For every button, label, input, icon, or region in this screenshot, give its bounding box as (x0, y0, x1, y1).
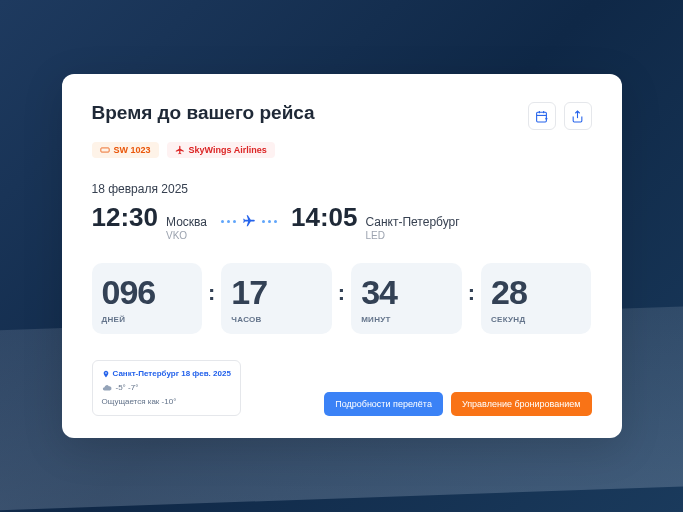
plane-icon (175, 145, 185, 155)
weather-widget: Санкт-Петербург 18 фев. 2025 -5° -7° Ощу… (92, 360, 241, 416)
days-value: 096 (102, 275, 193, 309)
arrival-point: 14:05 Санкт-Петербург LED (291, 202, 460, 240)
card-footer: Санкт-Петербург 18 фев. 2025 -5° -7° Ощу… (92, 360, 592, 416)
arrival-time: 14:05 (291, 202, 358, 233)
countdown-seconds: 28 СЕКУНД (481, 263, 592, 334)
countdown-days: 096 ДНЕЙ (92, 263, 203, 334)
flight-number: SW 1023 (114, 145, 151, 155)
airline-badge: SkyWings Airlines (167, 142, 275, 158)
hours-value: 17 (231, 275, 322, 309)
manage-booking-button[interactable]: Управление бронированием (451, 392, 592, 416)
plane-icon (242, 214, 256, 228)
departure-point: 12:30 Москва VKO (92, 202, 207, 240)
countdown: 096 ДНЕЙ : 17 ЧАСОВ : 34 МИНУТ : 28 СЕКУ… (92, 263, 592, 334)
days-label: ДНЕЙ (102, 315, 193, 324)
countdown-minutes: 34 МИНУТ (351, 263, 462, 334)
weather-location: Санкт-Петербург 18 фев. 2025 (102, 368, 231, 380)
countdown-hours: 17 ЧАСОВ (221, 263, 332, 334)
departure-code: VKO (166, 230, 207, 241)
flight-details-button[interactable]: Подробности перелёта (324, 392, 443, 416)
calendar-button[interactable] (528, 102, 556, 130)
cloud-icon (102, 383, 112, 393)
departure-city: Москва (166, 215, 207, 229)
departure-time: 12:30 (92, 202, 159, 233)
minutes-label: МИНУТ (361, 315, 452, 324)
svg-rect-0 (537, 112, 547, 122)
ticket-icon (100, 145, 110, 155)
header-actions (528, 102, 592, 130)
flight-date: 18 февраля 2025 (92, 182, 592, 196)
share-button[interactable] (564, 102, 592, 130)
share-icon (571, 110, 584, 123)
svg-rect-7 (100, 148, 108, 152)
page-title: Время до вашего рейса (92, 102, 315, 124)
arrival-code: LED (365, 230, 459, 241)
minutes-value: 34 (361, 275, 452, 309)
hours-label: ЧАСОВ (231, 315, 322, 324)
airline-name: SkyWings Airlines (189, 145, 267, 155)
seconds-label: СЕКУНД (491, 315, 582, 324)
route-path (221, 214, 277, 228)
card-header: Время до вашего рейса (92, 102, 592, 130)
flight-countdown-card: Время до вашего рейса SW 1023 SkyWings A… (62, 74, 622, 437)
flight-badges: SW 1023 SkyWings Airlines (92, 142, 592, 158)
flight-number-badge: SW 1023 (92, 142, 159, 158)
weather-temp: -5° -7° (102, 382, 231, 394)
pin-icon (102, 370, 110, 378)
flight-route: 12:30 Москва VKO 14:05 Санкт-Петербург L… (92, 202, 592, 240)
footer-buttons: Подробности перелёта Управление брониров… (324, 392, 591, 416)
calendar-icon (535, 110, 548, 123)
seconds-value: 28 (491, 275, 582, 309)
weather-feels: Ощущается как -10° (102, 396, 231, 408)
arrival-city: Санкт-Петербург (365, 215, 459, 229)
